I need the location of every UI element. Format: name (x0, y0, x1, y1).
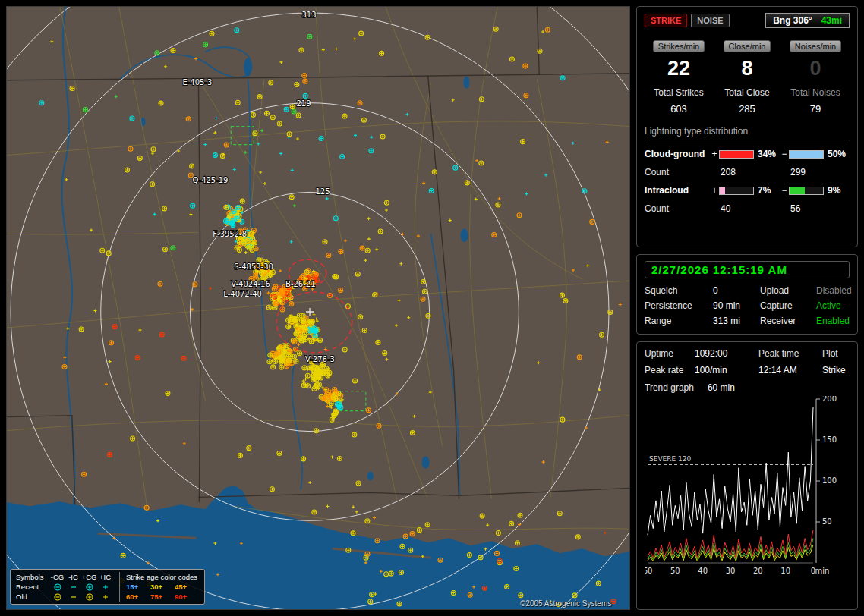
pos-ic-old-icon (97, 592, 113, 602)
squelch-label: Squelch (645, 285, 713, 296)
peak-rate-label: Peak rate (645, 365, 695, 376)
age-code-75: 75+ (150, 592, 175, 602)
age-code-45: 45+ (175, 582, 199, 592)
neg-cg-old-icon (49, 592, 65, 602)
ic-minus-sign: − (780, 185, 789, 196)
svg-text:100: 100 (822, 476, 837, 485)
ic-negative-count: 56 (780, 203, 847, 214)
neg-ic-recent-icon (65, 583, 81, 592)
map-legend: Symbols -CG -IC +CG +IC Recent Old Strik… (10, 569, 205, 605)
cg-positive-bar (719, 150, 754, 159)
strike-mode-button[interactable]: STRIKE (645, 14, 687, 27)
svg-text:V-4024-16: V-4024-16 (231, 280, 270, 288)
copyright-notice: ©2005 Astrogenic Systems (520, 599, 611, 608)
ic-count-label: Count (645, 203, 710, 214)
bearing-label: Bng 306° (773, 15, 812, 26)
svg-text:B-26-21: B-26-21 (285, 280, 315, 288)
trend-panel: Uptime 1092:00 Peak time Plot Peak rate … (636, 341, 858, 610)
pos-ic-recent-icon (97, 583, 113, 592)
total-strikes-value: 603 (645, 103, 713, 115)
noise-mode-button[interactable]: NOISE (691, 14, 729, 27)
svg-text:V-276-3: V-276-3 (305, 355, 335, 363)
ic-negative-bar (789, 187, 824, 195)
legend-header-neg-cg: -CG (49, 572, 65, 582)
svg-text:50: 50 (670, 567, 680, 575)
age-code-90: 90+ (175, 592, 199, 602)
ic-positive-count: 40 (710, 203, 780, 214)
cloud-ground-label: Cloud-ground (645, 149, 710, 159)
svg-text:min: min (815, 567, 830, 575)
lightning-map[interactable]: 313219125E-405-3Q-425-19F-3952-8S-4853-3… (6, 6, 630, 610)
map-canvas[interactable]: 313219125E-405-3Q-425-19F-3952-8S-4853-3… (7, 7, 629, 609)
legend-recent-label: Recent (16, 582, 49, 592)
persistence-label: Persistence (645, 300, 713, 311)
trend-graph-label: Trend graph (645, 382, 694, 393)
trend-graph: SEVERE 120501001502006050403020100min (645, 396, 850, 580)
total-strikes-label: Total Strikes (645, 87, 713, 98)
svg-text:219: 219 (297, 99, 311, 108)
svg-text:SEVERE 120: SEVERE 120 (649, 455, 691, 463)
ic-positive-bar (719, 187, 754, 195)
strike-stats-panel: STRIKE NOISE Bng 306° 43mi Strikes/min C… (636, 6, 858, 247)
uptime-label: Uptime (645, 348, 695, 359)
plot-type-value: Strike (822, 365, 850, 376)
bearing-range: 43mi (821, 15, 842, 26)
persistence-value: 90 min (713, 300, 760, 311)
ic-positive-pct: 7% (754, 185, 780, 196)
svg-text:10: 10 (780, 567, 790, 575)
svg-text:313: 313 (302, 11, 317, 19)
svg-text:E-405-3: E-405-3 (182, 78, 212, 86)
svg-text:40: 40 (698, 567, 708, 575)
total-noises-label: Total Noises (781, 87, 850, 98)
legend-old-label: Old (16, 592, 49, 602)
total-close-value: 285 (713, 103, 781, 115)
legend-header-neg-ic: -IC (65, 572, 81, 582)
status-grid: Squelch 0 Upload Disabled Persistence 90… (645, 285, 850, 326)
range-value: 313 mi (713, 316, 760, 326)
receiver-status: Enabled (816, 316, 852, 326)
svg-text:60: 60 (645, 567, 652, 575)
side-panel: STRIKE NOISE Bng 306° 43mi Strikes/min C… (636, 6, 858, 610)
bearing-display: Bng 306° 43mi (765, 13, 850, 28)
cg-plus-sign: + (710, 149, 719, 159)
cg-negative-pct: 50% (824, 149, 847, 159)
distribution-grid: Cloud-ground + 34% − 50% Count 208 299 I… (645, 149, 850, 214)
plot-label: Plot (822, 348, 850, 359)
legend-age-title: Strike age color codes (126, 572, 199, 582)
peak-time-label: Peak time (758, 348, 822, 359)
age-code-60: 60+ (126, 592, 150, 602)
close-per-min-value: 8 (713, 58, 781, 79)
svg-text:50: 50 (822, 517, 832, 526)
strikes-per-min-value: 22 (645, 58, 713, 79)
svg-text:F-3952-8: F-3952-8 (213, 230, 247, 238)
cg-minus-sign: − (780, 149, 789, 159)
range-label: Range (645, 316, 713, 326)
neg-cg-recent-icon (49, 583, 65, 592)
receiver-label: Receiver (760, 316, 816, 326)
intracloud-label: Intracloud (645, 185, 710, 196)
cg-positive-pct: 34% (754, 149, 780, 159)
datetime-display: 2/27/2026 12:15:19 AM (645, 261, 850, 278)
noises-per-min-value: 0 (781, 58, 850, 79)
pos-cg-old-icon (81, 592, 97, 602)
age-code-15: 15+ (126, 582, 150, 592)
svg-text:L-4072-40: L-4072-40 (223, 290, 262, 298)
svg-text:Q-425-19: Q-425-19 (192, 176, 228, 184)
nexstorm-app: 313219125E-405-3Q-425-19F-3952-8S-4853-3… (0, 0, 864, 616)
svg-text:20: 20 (753, 567, 763, 575)
capture-label: Capture (760, 300, 816, 311)
ic-plus-sign: + (710, 185, 719, 196)
svg-text:150: 150 (822, 435, 837, 444)
distribution-title: Lightning type distribution (645, 126, 850, 140)
neg-ic-old-icon (65, 592, 81, 602)
upload-label: Upload (760, 285, 816, 296)
noises-per-min-label: Noises/min (790, 40, 841, 52)
cg-count-label: Count (645, 167, 710, 178)
total-noises-value: 79 (781, 103, 850, 115)
trend-window-value: 60 min (708, 382, 735, 393)
squelch-value: 0 (713, 285, 760, 296)
pos-cg-recent-icon (81, 583, 97, 592)
capture-status: Active (816, 300, 852, 311)
peak-rate-value: 100/min (695, 365, 758, 376)
ic-negative-pct: 9% (824, 185, 847, 196)
